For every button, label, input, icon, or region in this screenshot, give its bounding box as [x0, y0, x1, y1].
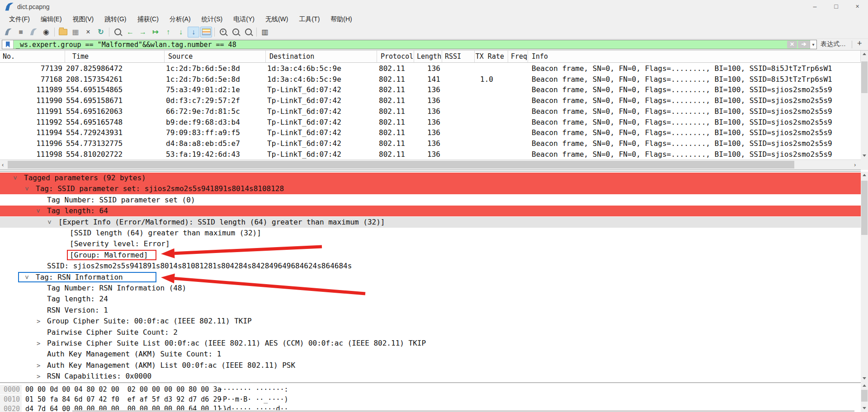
maximize-button[interactable]: □: [826, 0, 847, 14]
column-header-source[interactable]: Source: [165, 51, 266, 63]
hex-ascii[interactable]: ·P··m·B· ··_····): [219, 395, 288, 404]
packet-row[interactable]: 77168208.1573542611c:2d:7b:6d:5e:8d1d:3a…: [0, 74, 861, 85]
hex-horizontal-scrollbar[interactable]: [72, 410, 854, 412]
menu-item-statistics[interactable]: 统计(S): [196, 14, 228, 25]
column-header-txrate[interactable]: TX Rate: [475, 51, 508, 63]
expand-icon[interactable]: >: [37, 338, 40, 349]
detail-row[interactable]: >RSN Capabilities: 0x0000: [0, 371, 861, 382]
detail-row[interactable]: >Tag: RSN Information: [0, 272, 861, 283]
menu-item-telephony[interactable]: 电话(Y): [228, 14, 260, 25]
capture-options-icon[interactable]: ◉: [40, 27, 52, 37]
open-file-icon[interactable]: [57, 27, 69, 37]
filter-apply-button[interactable]: ➔: [798, 41, 810, 48]
expand-icon[interactable]: >: [37, 316, 40, 327]
detail-row[interactable]: >[Expert Info (Error/Malformed): SSID le…: [0, 217, 861, 228]
collapse-icon[interactable]: >: [22, 187, 33, 191]
detail-row[interactable]: Tag Number: SSID parameter set (0): [0, 195, 861, 206]
hex-bytes[interactable]: 00 00 0d 00 04 80 02 00 02 00 00 00 00 8…: [25, 385, 221, 394]
filter-clear-button[interactable]: ✕: [787, 41, 797, 48]
expand-icon[interactable]: >: [37, 371, 40, 382]
detail-row[interactable]: [Severity level: Error]: [0, 239, 861, 249]
detail-row[interactable]: Tag Number: RSN Information (48): [0, 283, 861, 294]
scroll-thumb[interactable]: [861, 181, 868, 235]
hex-vertical-scrollbar[interactable]: [861, 382, 868, 412]
scroll-thumb[interactable]: [861, 61, 868, 93]
colorize-icon[interactable]: [200, 27, 212, 37]
menu-item-capture[interactable]: 捕获(C): [132, 14, 164, 25]
expression-button[interactable]: 表达式…: [821, 40, 846, 48]
minimize-button[interactable]: –: [804, 0, 826, 14]
detail-row[interactable]: Pairwise Cipher Suite Count: 2: [0, 327, 861, 338]
detail-row[interactable]: >Pairwise Cipher Suite List 00:0f:ac (IE…: [0, 338, 861, 349]
filter-bookmark-button[interactable]: [2, 40, 14, 49]
menu-item-go[interactable]: 跳转(G): [99, 14, 132, 25]
scroll-left-icon[interactable]: ‹: [2, 161, 4, 168]
reload-file-icon[interactable]: ↻: [95, 27, 107, 37]
go-first-packet-icon[interactable]: ↑: [162, 27, 174, 37]
column-header-freq[interactable]: Freq: [508, 51, 528, 63]
hex-bytes[interactable]: 01 50 fa 84 6d 07 42 f0 ef af 5f d3 92 d…: [25, 395, 221, 404]
packet-row[interactable]: 111998554.81020272253:fa:19:42:6d:43Tp-L…: [0, 149, 861, 160]
scroll-right-icon[interactable]: ›: [854, 161, 856, 168]
packet-row[interactable]: 111992554.695165748b9:de:f9:68:d3:b4Tp-L…: [0, 117, 861, 128]
detail-row[interactable]: >Auth Key Management (AKM) List 00:0f:ac…: [0, 360, 861, 371]
menu-item-wireless[interactable]: 无线(W): [260, 14, 294, 25]
packet-row[interactable]: 111996554.773132775d4:8a:a8:eb:d5:e7Tp-L…: [0, 138, 861, 149]
go-forward-icon[interactable]: →: [137, 27, 149, 37]
collapse-icon[interactable]: >: [33, 209, 44, 213]
add-filter-button[interactable]: +: [857, 39, 862, 48]
scroll-thumb[interactable]: [861, 390, 868, 402]
packet-row[interactable]: 111990554.6951586710d:f3:c7:29:57:2fTp-L…: [0, 95, 861, 106]
scroll-thumb[interactable]: [8, 161, 794, 169]
packet-row[interactable]: 111994554.72924393179:09:83:ff:a9:f5Tp-L…: [0, 127, 861, 138]
packet-row[interactable]: 77139207.8259864721c:2d:7b:6d:5e:8d1d:3a…: [0, 63, 861, 74]
detail-row[interactable]: [Group: Malformed]: [0, 250, 861, 261]
scroll-up-icon[interactable]: [861, 51, 868, 58]
stop-capture-icon[interactable]: ■: [15, 27, 27, 37]
detail-row[interactable]: >Tag: SSID parameter set: sjios2smo2s5s9…: [0, 183, 861, 194]
packet-list-horizontal-scrollbar[interactable]: ‹ ›: [0, 159, 861, 170]
scroll-down-icon[interactable]: [861, 152, 868, 159]
go-last-packet-icon[interactable]: ↓: [175, 27, 187, 37]
zoom-out-icon[interactable]: -: [230, 27, 241, 37]
detail-row[interactable]: Tag length: 24: [0, 294, 861, 304]
detail-row[interactable]: >Tag length: 64: [0, 206, 861, 216]
restart-capture-icon[interactable]: [28, 27, 39, 37]
menu-item-tools[interactable]: 工具(T): [293, 14, 325, 25]
packet-list-vertical-scrollbar[interactable]: [861, 51, 868, 159]
column-header-no[interactable]: No.: [0, 51, 65, 63]
resize-columns-icon[interactable]: ▥: [259, 27, 271, 37]
menu-item-file[interactable]: 文件(F): [4, 14, 35, 25]
column-header-info[interactable]: Info: [528, 51, 861, 63]
hex-row[interactable]: 000000 00 0d 00 04 80 02 00 02 00 00 00 …: [0, 385, 861, 394]
scroll-up-icon[interactable]: [861, 172, 868, 179]
column-header-length[interactable]: Length: [414, 51, 442, 63]
collapse-icon[interactable]: >: [10, 176, 21, 180]
go-to-packet-icon[interactable]: ↦: [150, 27, 161, 37]
hex-ascii[interactable]: ········ ·······:: [219, 385, 288, 394]
menu-item-analyze[interactable]: 分析(A): [164, 14, 196, 25]
column-header-protocol[interactable]: Protocol: [377, 51, 414, 63]
expand-icon[interactable]: >: [37, 360, 40, 371]
column-header-time[interactable]: Time: [65, 51, 165, 63]
scroll-down-icon[interactable]: [861, 405, 868, 412]
auto-scroll-icon[interactable]: ↓: [188, 27, 199, 37]
detail-row[interactable]: RSN Version: 1: [0, 305, 861, 316]
detail-row[interactable]: >Group Cipher Suite: 00:0f:ac (IEEE 802.…: [0, 316, 861, 327]
menu-item-help[interactable]: 帮助(H): [325, 14, 357, 25]
scroll-down-icon[interactable]: [861, 375, 868, 382]
menu-item-edit[interactable]: 编辑(E): [35, 14, 67, 25]
detail-row[interactable]: >Tagged parameters (92 bytes): [0, 173, 861, 183]
close-file-icon[interactable]: ×: [82, 27, 94, 37]
detail-row[interactable]: SSID: sjios2smo2s5s941891s8014s81081281s…: [0, 261, 861, 272]
packet-row[interactable]: 111989554.69515486575:a3:49:01:d2:1eTp-L…: [0, 84, 861, 95]
save-file-icon[interactable]: ▦: [70, 27, 81, 37]
detail-row[interactable]: Auth Key Management (AKM) Suite Count: 1: [0, 349, 861, 360]
zoom-100-icon[interactable]: [242, 27, 254, 37]
display-filter-input[interactable]: _ws.expert.group == "Malformed"&&wlan.ta…: [2, 40, 817, 49]
detail-vertical-scrollbar[interactable]: [861, 172, 868, 382]
close-button[interactable]: ×: [847, 0, 868, 14]
scroll-up-icon[interactable]: [861, 382, 868, 389]
filter-dropdown-caret[interactable]: ▾: [810, 40, 816, 49]
menu-item-view[interactable]: 视图(V): [67, 14, 99, 25]
